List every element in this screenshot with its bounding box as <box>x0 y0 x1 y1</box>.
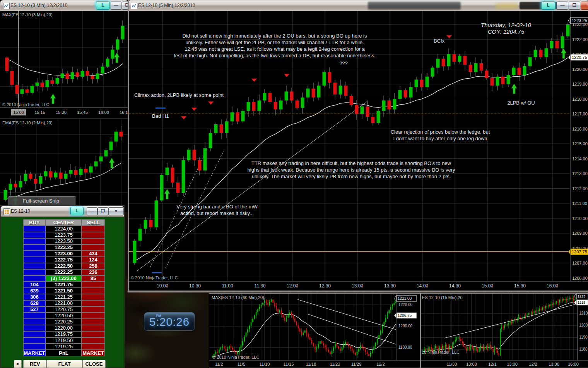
link-button[interactable]: L <box>96 1 110 10</box>
dom-sell-cell[interactable]: 258 <box>82 263 105 269</box>
dom-buy-cell[interactable] <box>23 251 46 257</box>
chart-15min-canvas[interactable]: 12101200119011801223121811/3013:0012/113… <box>421 294 588 368</box>
dom-buy-cell[interactable]: 639 <box>23 288 46 294</box>
dom-price-cell: 1223.25 <box>46 244 82 251</box>
titlebar-5min[interactable]: ES 12-10 (5 Min) 12/2/2010 L — ❐ ✕ <box>128 0 588 11</box>
dom-sell-cell[interactable] <box>82 300 105 306</box>
dom-flat-button[interactable]: FLAT <box>46 360 82 368</box>
candle-up <box>166 168 169 175</box>
chart-5min-canvas[interactable]: 1223.001222.001221.001220.001219.001218.… <box>129 11 588 291</box>
dom-sell-cell[interactable] <box>82 232 105 238</box>
dom-sell-cell[interactable]: 85 <box>82 275 105 282</box>
dom-buy-cell[interactable] <box>23 263 46 269</box>
dom-buy-cell[interactable]: 527 <box>23 306 46 313</box>
candle-down <box>347 342 348 344</box>
dom-buy-cell[interactable] <box>23 331 46 337</box>
dom-sell-cell[interactable] <box>82 306 105 313</box>
dom-sell-cell[interactable] <box>82 325 105 331</box>
dom-buy-cell[interactable] <box>23 244 46 251</box>
candle-down <box>231 346 232 347</box>
link-button[interactable]: L <box>70 207 84 215</box>
dom-buy-cell[interactable] <box>23 257 46 263</box>
chart-window-2min: EMA(ES 12-10 (2 Min),20)© 2010 NinjaTrad… <box>0 119 128 212</box>
candle-down <box>420 79 424 87</box>
dom-sell-cell[interactable]: 434 <box>82 251 105 257</box>
candle-up <box>387 313 388 318</box>
dom-buy-cell[interactable] <box>23 238 46 244</box>
dom-buy-cell[interactable] <box>23 325 46 331</box>
dom-buy-cell[interactable] <box>23 275 46 282</box>
candle-down <box>472 346 472 348</box>
candle-down <box>431 347 432 349</box>
dom-sell-cell[interactable] <box>82 344 105 350</box>
maximize-button[interactable]: ❐ <box>97 207 108 215</box>
titlebar-3min[interactable]: ES 12-10 (3 Min) 12/2/2010 L — ❐ <box>0 0 128 11</box>
dom-close-button[interactable]: CLOSE <box>82 360 106 368</box>
dom-buy-cell[interactable] <box>23 344 46 350</box>
candle-up <box>373 346 374 349</box>
dom-sell-cell[interactable]: 236 <box>82 269 105 275</box>
titlebar-dom[interactable]: ES 12-10 L — ❐ x <box>0 206 124 217</box>
dom-sell-cell[interactable] <box>82 282 105 288</box>
price-label: 1218.00 <box>572 97 588 101</box>
dom-rev-button[interactable]: REV <box>23 360 46 368</box>
channel-line <box>297 299 396 330</box>
candle-down <box>491 78 494 86</box>
minimize-button[interactable]: — <box>557 2 568 10</box>
price-tag-notch <box>574 294 576 299</box>
candle-up <box>279 310 280 313</box>
candle-up <box>506 324 506 325</box>
minimize-button[interactable]: — <box>87 207 97 215</box>
dom-pnl-button[interactable]: PnL <box>46 350 82 356</box>
time-label: 13:00 <box>549 362 559 366</box>
channel-line <box>308 314 396 344</box>
candle-up <box>393 99 397 110</box>
dom-collapse-button[interactable]: < <box>14 360 22 368</box>
dom-sell-market-button[interactable]: MARKET <box>82 350 105 356</box>
minimize-button[interactable]: — <box>111 2 121 10</box>
chart-3min-canvas[interactable]: MAX(ES 12-10 (3 Min),20)© 2010 NinjaTrad… <box>0 11 128 119</box>
dom-sell-cell[interactable] <box>82 238 105 244</box>
candle-up <box>383 322 385 326</box>
dom-sell-cell[interactable] <box>82 313 105 319</box>
dom-sell-cell[interactable] <box>82 337 105 344</box>
dom-sell-cell[interactable] <box>82 226 105 232</box>
dom-buy-cell[interactable] <box>23 313 46 319</box>
dom-buy-cell[interactable]: 306 <box>23 294 46 300</box>
clock-gadget[interactable]: PM 5:20:26 <box>144 312 195 331</box>
time-label: 11/30 <box>447 362 457 366</box>
candle-down <box>561 300 561 301</box>
price-tag-notch <box>568 249 571 255</box>
link-button[interactable]: L <box>541 1 555 10</box>
dom-buy-cell[interactable]: 628 <box>23 300 46 306</box>
dom-sell-cell[interactable] <box>82 331 105 337</box>
candle-down <box>41 83 44 87</box>
dom-sell-cell[interactable] <box>82 319 105 325</box>
dom-buy-cell[interactable] <box>23 337 46 344</box>
dom-buy-cell[interactable] <box>23 269 46 275</box>
close-button[interactable]: x <box>108 207 124 215</box>
close-button[interactable]: ✕ <box>581 2 588 10</box>
dom-price-cell: 1221.50 <box>46 288 82 294</box>
dom-sell-cell[interactable] <box>82 244 105 251</box>
dom-sell-cell[interactable] <box>82 288 105 294</box>
dom-sell-cell[interactable] <box>82 294 105 300</box>
dom-buy-market-button[interactable]: MARKET <box>23 350 46 356</box>
maximize-button[interactable]: ❐ <box>569 2 580 10</box>
candle-down <box>363 347 364 350</box>
dom-app-icon <box>3 208 10 215</box>
dom-buy-cell[interactable] <box>23 232 46 238</box>
up-arrow-marker <box>561 48 566 58</box>
time-label: 16:15 <box>120 110 128 115</box>
time-label: 13:00 <box>352 283 363 289</box>
dom-buy-cell[interactable] <box>23 226 46 232</box>
candle-up <box>115 132 118 142</box>
candle-up <box>518 317 519 318</box>
candle-down <box>442 59 445 66</box>
chart-60min-canvas[interactable]: 1220.001200.001180.001223.001206.7511/21… <box>209 294 420 368</box>
dom-sell-cell[interactable]: 124 <box>82 257 105 263</box>
candle-up <box>545 306 546 308</box>
candle-up <box>489 345 489 348</box>
dom-buy-cell[interactable]: 104 <box>23 282 46 288</box>
dom-buy-cell[interactable] <box>23 319 46 325</box>
